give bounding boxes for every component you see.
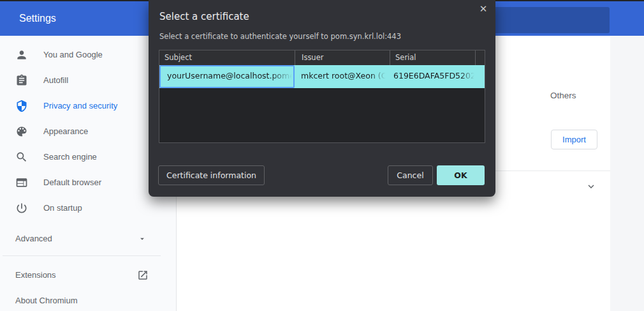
extensions-label: Extensions (15, 262, 56, 288)
browser-window-icon (15, 176, 28, 189)
cell-serial: 619E6DAFA5FD5202D5E (390, 65, 475, 88)
sidebar-item-default-browser[interactable]: Default browser (0, 170, 159, 195)
sidebar-item-label: Privacy and security (43, 93, 117, 119)
sidebar-item-you-and-google[interactable]: You and Google (0, 42, 159, 68)
page-background-strip (610, 36, 644, 311)
power-icon (15, 202, 28, 215)
cancel-button[interactable]: Cancel (388, 165, 433, 185)
sidebar-item-on-startup[interactable]: On startup (0, 195, 159, 221)
sidebar-item-search-engine[interactable]: Search engine (0, 144, 159, 170)
external-link-icon (137, 269, 149, 281)
sidebar-item-autofill[interactable]: Autofill (0, 68, 159, 93)
sidebar-item-label: Appearance (43, 119, 88, 144)
search-icon (15, 151, 28, 163)
chevron-down-icon[interactable] (585, 181, 597, 192)
person-icon (15, 49, 28, 61)
sidebar-item-privacy-and-security[interactable]: Privacy and security (0, 93, 159, 119)
sidebar-item-label: Default browser (43, 170, 101, 195)
import-button[interactable]: Import (551, 130, 597, 149)
caret-down-icon (138, 234, 147, 243)
certificate-table-body: yourUsername@localhost.pomer mkcert root… (159, 65, 485, 142)
sidebar-item-label: Search engine (43, 144, 97, 170)
column-header-serial: Serial (390, 50, 475, 65)
select-certificate-dialog: ✕ Select a certificate Select a certific… (149, 0, 495, 197)
certificate-table: Subject Issuer Serial yourUsername@local… (159, 50, 485, 143)
certificate-information-button[interactable]: Certificate information (158, 165, 265, 185)
autofill-icon (15, 74, 28, 87)
sidebar-item-extensions[interactable]: Extensions (0, 262, 159, 288)
ok-button[interactable]: OK (437, 165, 485, 185)
sidebar-item-appearance[interactable]: Appearance (0, 119, 159, 144)
cell-subject: yourUsername@localhost.pomer (159, 65, 295, 88)
column-header-issuer: Issuer (295, 50, 390, 65)
advanced-label: Advanced (15, 226, 52, 252)
sidebar-advanced-toggle[interactable]: Advanced (0, 226, 159, 252)
sidebar-divider (3, 255, 161, 256)
column-header-subject: Subject (159, 50, 295, 65)
about-label: About Chromium (15, 288, 78, 311)
certificate-table-header: Subject Issuer Serial (159, 50, 485, 65)
sidebar-item-about-chromium[interactable]: About Chromium (0, 288, 159, 311)
certificate-row-selected[interactable]: yourUsername@localhost.pomer mkcert root… (159, 65, 485, 88)
others-section-label: Others (550, 91, 576, 100)
dialog-subtitle: Select a certificate to authenticate you… (159, 32, 401, 41)
palette-icon (15, 125, 28, 138)
sidebar-item-label: You and Google (43, 42, 103, 68)
dialog-title: Select a certificate (159, 11, 249, 22)
screen: Settings You and Google Autofill Privacy… (0, 0, 644, 311)
privacy-shield-icon (15, 100, 28, 112)
close-icon[interactable]: ✕ (476, 2, 490, 16)
column-header-gutter (475, 50, 485, 65)
page-title: Settings (19, 1, 56, 36)
sidebar-item-label: On startup (43, 195, 82, 221)
sidebar-item-label: Autofill (43, 68, 68, 93)
cell-issuer: mkcert root@Xeon (C (295, 65, 390, 88)
